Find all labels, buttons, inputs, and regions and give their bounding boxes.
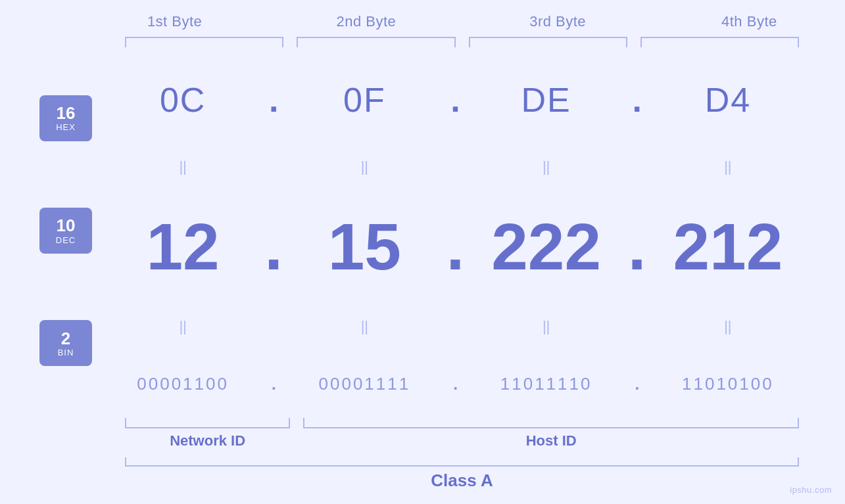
eq-3a: || xyxy=(469,160,624,174)
dec-num: 10 xyxy=(57,216,76,235)
bracket-3 xyxy=(469,37,627,49)
eq-2b: || xyxy=(287,319,442,334)
bin-byte-4: 11010100 xyxy=(650,374,806,394)
bin-row: 00001100 . 00001111 . 11011110 . 1101010… xyxy=(105,374,806,394)
bracket-network xyxy=(125,418,290,428)
hex-byte-1: 0C xyxy=(105,80,260,120)
hex-label: HEX xyxy=(56,122,76,132)
eq-4b: || xyxy=(650,319,806,334)
hex-byte-4: D4 xyxy=(650,80,806,120)
hex-byte-2: 0F xyxy=(287,80,442,120)
bracket-bottom-row xyxy=(118,418,806,428)
content-area: 16 HEX 10 DEC 2 BIN 0C . 0F . DE . D4 xyxy=(39,62,806,413)
base-labels: 16 HEX 10 DEC 2 BIN xyxy=(39,62,105,413)
bin-byte-3: 11011110 xyxy=(469,374,624,394)
byte-header-1: 1st Byte xyxy=(79,13,270,30)
byte-header-2: 2nd Byte xyxy=(270,13,462,30)
dec-byte-4: 212 xyxy=(650,214,806,279)
hex-dot-2: . xyxy=(443,83,469,117)
bracket-1 xyxy=(125,37,283,49)
dec-dot-3: . xyxy=(624,214,650,279)
hex-badge: 16 HEX xyxy=(39,95,92,141)
eq-1b: || xyxy=(105,319,260,334)
dec-byte-1: 12 xyxy=(105,214,260,279)
bracket-host xyxy=(303,418,799,428)
bracket-2 xyxy=(297,37,455,49)
label-row: Network ID Host ID xyxy=(118,432,806,449)
bin-byte-1: 00001100 xyxy=(105,374,260,394)
bin-num: 2 xyxy=(61,329,70,348)
eq-1a: || xyxy=(105,160,260,174)
class-bracket xyxy=(118,456,806,467)
bin-badge: 2 BIN xyxy=(39,320,92,366)
byte-header-3: 3rd Byte xyxy=(462,13,654,30)
hex-dot-1: . xyxy=(260,83,287,117)
dec-byte-3: 222 xyxy=(469,214,624,279)
host-id-label: Host ID xyxy=(303,432,799,449)
dec-dot-2: . xyxy=(443,214,469,279)
eq-row-hex-dec: || || || || xyxy=(105,160,806,174)
network-id-label: Network ID xyxy=(125,432,290,449)
dec-label: DEC xyxy=(56,235,76,245)
eq-3b: || xyxy=(469,319,624,334)
data-grid: 0C . 0F . DE . D4 || || || || 12 xyxy=(105,62,806,413)
dec-dot-1: . xyxy=(260,214,287,279)
bin-byte-2: 00001111 xyxy=(287,374,442,394)
watermark: ipshu.com xyxy=(790,485,832,495)
byte-header-4: 4th Byte xyxy=(654,13,845,30)
dec-byte-2: 15 xyxy=(287,214,442,279)
byte-headers: 1st Byte 2nd Byte 3rd Byte 4th Byte xyxy=(79,13,845,30)
bin-dot-3: . xyxy=(624,375,650,392)
eq-2a: || xyxy=(287,160,442,174)
class-label: Class A xyxy=(118,470,806,491)
eq-row-dec-bin: || || || || xyxy=(105,319,806,334)
hex-dot-3: . xyxy=(624,83,650,117)
main-container: 1st Byte 2nd Byte 3rd Byte 4th Byte 16 H… xyxy=(0,0,845,504)
hex-row: 0C . 0F . DE . D4 xyxy=(105,80,806,120)
hex-byte-3: DE xyxy=(469,80,624,120)
dec-badge: 10 DEC xyxy=(39,208,92,254)
class-bracket-line xyxy=(125,457,799,467)
dec-row: 12 . 15 . 222 . 212 xyxy=(105,214,806,279)
bracket-4 xyxy=(640,37,799,49)
bottom-section: Network ID Host ID Class A xyxy=(39,418,806,491)
hex-num: 16 xyxy=(57,104,76,123)
eq-4a: || xyxy=(650,160,806,174)
bin-dot-2: . xyxy=(443,375,469,392)
top-bracket-row xyxy=(118,37,806,49)
bin-dot-1: . xyxy=(260,375,287,392)
bin-label: BIN xyxy=(58,348,74,357)
